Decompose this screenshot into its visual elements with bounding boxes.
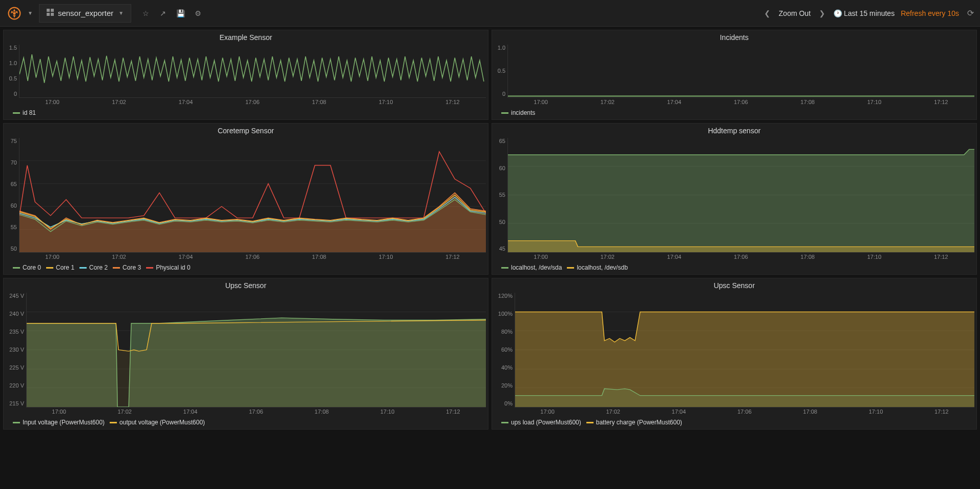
dashboard-title: sensor_exporter	[58, 9, 113, 17]
panel-upsc-load[interactable]: Upsc Sensor 120%100%80%60%40%20%0%	[492, 278, 977, 430]
legend-item[interactable]: incidents	[501, 109, 535, 116]
y-tick: 0	[4, 91, 17, 97]
legend-item[interactable]: Core 1	[46, 264, 74, 271]
x-tick: 17:02	[117, 409, 132, 417]
plot-area[interactable]	[26, 293, 486, 408]
x-tick: 17:10	[379, 254, 393, 262]
chart-svg	[508, 45, 974, 97]
plot-area[interactable]	[515, 293, 974, 408]
legend-swatch	[110, 422, 117, 423]
legend-item[interactable]: id 81	[13, 109, 36, 116]
x-tick: 17:06	[246, 254, 260, 262]
share-icon: ↗	[160, 9, 166, 17]
refresh-button[interactable]: ⟳	[965, 6, 976, 20]
x-tick: 17:12	[934, 254, 948, 262]
plot-area[interactable]	[19, 138, 486, 253]
x-tick: 17:04	[667, 99, 682, 107]
x-tick: 17:10	[867, 99, 882, 107]
legend-item[interactable]: battery charge (PowerMust600)	[586, 419, 682, 426]
time-back-button[interactable]: ❮	[762, 7, 772, 19]
legend-label: Core 1	[56, 264, 74, 271]
panel-hddtemp[interactable]: Hddtemp sensor 6560555045 17:0017:0217:0…	[492, 123, 977, 275]
x-tick: 17:10	[867, 254, 882, 262]
y-tick: 0.5	[4, 75, 17, 82]
svg-rect-3	[51, 9, 54, 12]
refresh-icon: ⟳	[967, 9, 974, 17]
panel-title: Example Sensor	[4, 30, 488, 44]
legend-item[interactable]: localhost, /dev/sda	[501, 264, 562, 271]
panel-body: 245 V240 V235 V230 V225 V220 V215 V 17:0…	[4, 292, 488, 417]
legend-item[interactable]: ups load (PowerMust600)	[501, 419, 581, 426]
x-axis: 17:0017:0217:0417:0617:0817:1017:12	[19, 99, 486, 107]
legend-item[interactable]: localhost, /dev/sdb	[567, 264, 627, 271]
legend-item[interactable]: output voltage (PowerMust600)	[110, 419, 205, 426]
legend-item[interactable]: Core 2	[79, 264, 108, 271]
x-axis: 17:0017:0217:0417:0617:0817:1017:12	[19, 254, 486, 262]
zoom-out-button[interactable]: Zoom Out	[779, 9, 810, 17]
x-axis: 17:0017:0217:0417:0617:0817:1017:12	[26, 409, 486, 417]
y-tick: 0.5	[492, 68, 505, 74]
x-tick: 17:04	[672, 409, 686, 417]
plot-area[interactable]	[507, 138, 974, 253]
y-tick: 60	[492, 165, 505, 171]
x-tick: 17:06	[734, 254, 748, 262]
legend-item[interactable]: Physical id 0	[146, 264, 190, 271]
chart-svg	[508, 138, 974, 252]
logo-dropdown-caret-icon[interactable]: ▼	[28, 10, 33, 16]
share-button[interactable]: ↗	[155, 5, 171, 22]
y-axis: 1.00.50	[492, 44, 507, 98]
panel-legend: localhost, /dev/sdalocalhost, /dev/sdb	[492, 262, 976, 274]
panel-coretemp[interactable]: Coretemp Sensor 757065605550	[3, 123, 488, 275]
x-tick: 17:12	[934, 99, 948, 107]
legend-item[interactable]: Core 3	[113, 264, 141, 271]
navbar-right: ❮ Zoom Out ❯ 🕐 Last 15 minutes Refresh e…	[762, 6, 976, 20]
y-axis: 1.51.00.50	[4, 44, 19, 98]
x-tick: 17:04	[179, 254, 193, 262]
gear-icon: ⚙	[195, 9, 201, 17]
legend-label: Core 3	[122, 264, 141, 271]
legend-item[interactable]: Input voltage (PowerMust600)	[13, 419, 105, 426]
legend-item[interactable]: Core 0	[13, 264, 41, 271]
legend-label: battery charge (PowerMust600)	[596, 419, 682, 426]
svg-rect-2	[47, 9, 50, 12]
x-tick: 17:06	[734, 99, 748, 107]
y-axis: 245 V240 V235 V230 V225 V220 V215 V	[4, 292, 26, 408]
x-tick: 17:00	[540, 409, 555, 417]
save-icon: 💾	[176, 9, 185, 17]
y-tick: 50	[492, 219, 505, 225]
x-tick: 17:08	[803, 409, 818, 417]
chart-svg	[515, 293, 974, 407]
plot-area[interactable]	[19, 45, 486, 98]
legend-label: Physical id 0	[156, 264, 190, 271]
settings-button[interactable]: ⚙	[190, 5, 206, 22]
x-tick: 17:06	[246, 99, 260, 107]
panel-incidents[interactable]: Incidents 1.00.50 17:0017:0217:0417:0617…	[492, 30, 977, 120]
legend-swatch	[146, 267, 153, 269]
dashboard-selector[interactable]: sensor_exporter ▼	[39, 4, 131, 23]
y-tick: 55	[492, 192, 505, 198]
time-forward-button[interactable]: ❯	[817, 7, 827, 19]
refresh-interval-label[interactable]: Refresh every 10s	[901, 9, 959, 17]
x-tick: 17:12	[934, 409, 949, 417]
plot-area[interactable]	[507, 45, 974, 98]
dashboard-grid-icon	[47, 9, 54, 17]
panel-example-sensor[interactable]: Example Sensor 1.51.00.50 17:0017:0217:0…	[3, 30, 488, 120]
x-axis: 17:0017:0217:0417:0617:0817:1017:12	[507, 254, 974, 262]
panel-legend: Input voltage (PowerMust600)output volta…	[4, 417, 488, 429]
x-tick: 17:12	[446, 409, 460, 417]
save-button[interactable]: 💾	[172, 5, 189, 22]
y-tick: 220 V	[4, 382, 24, 389]
panel-body: 120%100%80%60%40%20%0% 17:0017:0217:0417…	[492, 292, 976, 417]
dashboard-dropdown-caret-icon: ▼	[118, 10, 124, 16]
x-tick: 17:12	[445, 99, 460, 107]
grafana-logo[interactable]	[4, 3, 25, 24]
panel-title: Hddtemp sensor	[492, 124, 976, 137]
time-range-selector[interactable]: 🕐 Last 15 minutes	[833, 9, 895, 17]
chart-svg	[19, 138, 486, 252]
star-button[interactable]: ☆	[137, 5, 154, 22]
x-tick: 17:08	[801, 99, 815, 107]
y-tick: 1.0	[492, 45, 505, 51]
x-tick: 17:02	[600, 254, 615, 262]
panel-upsc-voltage[interactable]: Upsc Sensor 245 V240 V235 V230 V225 V220…	[3, 278, 488, 430]
star-icon: ☆	[142, 9, 149, 17]
